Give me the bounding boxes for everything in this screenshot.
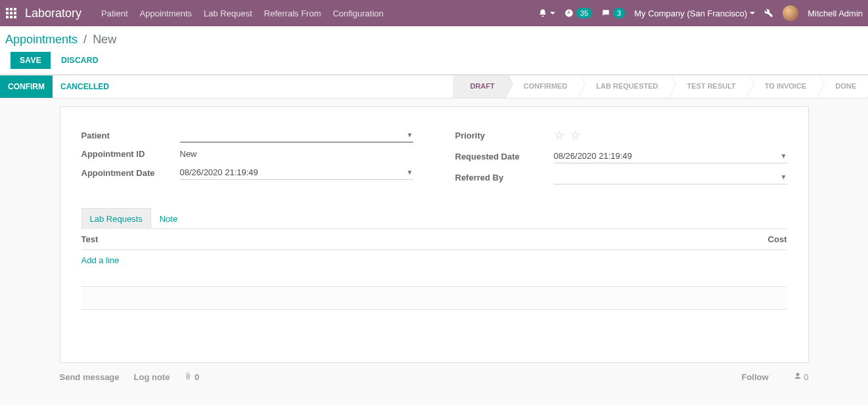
tab-note[interactable]: Note [151, 208, 186, 229]
paperclip-icon [184, 372, 192, 380]
status-step-to-invoice[interactable]: TO INVOICE [748, 75, 818, 98]
messages-icon[interactable]: 3 [601, 8, 625, 18]
breadcrumb-parent[interactable]: Appointments [5, 33, 78, 46]
followers-number: 0 [804, 372, 808, 382]
menu-appointments[interactable]: Appointments [140, 9, 193, 18]
appointment-id-value: New [180, 149, 197, 159]
dropdown-icon: ▼ [407, 169, 413, 176]
status-step-confirmed[interactable]: CONFIRMED [507, 75, 580, 98]
follow-button[interactable]: Follow [741, 372, 768, 382]
dropdown-icon: ▼ [781, 173, 787, 181]
status-bar: CONFIRM CANCELLED DRAFT CONFIRMED LAB RE… [0, 75, 868, 98]
avatar[interactable] [783, 5, 798, 21]
menu-referrals-from[interactable]: Referrals From [264, 9, 321, 18]
activities-badge: 35 [576, 8, 592, 18]
tab-lab-requests[interactable]: Lab Requests [81, 208, 151, 229]
notifications-icon[interactable] [538, 9, 555, 18]
status-steps: DRAFT CONFIRMED LAB REQUESTED TEST RESUL… [453, 75, 868, 98]
cancelled-button[interactable]: CANCELLED [53, 75, 117, 98]
send-message-button[interactable]: Send message [60, 372, 120, 382]
requested-date-field[interactable]: 08/26/2020 21:19:49 ▼ [554, 149, 787, 163]
save-button[interactable]: SAVE [11, 52, 51, 69]
status-step-done[interactable]: DONE [818, 75, 868, 98]
dropdown-icon: ▼ [781, 152, 787, 160]
debug-icon[interactable] [764, 9, 773, 18]
add-line-link[interactable]: Add a line [81, 255, 120, 265]
priority-label: Priority [455, 131, 554, 140]
caret-down-icon [750, 12, 755, 14]
apps-icon[interactable] [5, 7, 17, 19]
form-sheet: Patient ▼ Appointment ID New Appo [60, 106, 809, 363]
menu-lab-request[interactable]: Lab Request [204, 9, 252, 18]
priority-stars[interactable]: ☆ ☆ [554, 129, 582, 142]
log-note-button[interactable]: Log note [134, 372, 170, 382]
main-menu: Patient Appointments Lab Request Referra… [101, 9, 384, 18]
attachments-count: 0 [194, 372, 199, 382]
appointment-id-label: Appointment ID [81, 149, 180, 159]
requested-date-label: Requested Date [455, 152, 554, 161]
table-empty-row [81, 286, 787, 310]
menu-patient[interactable]: Patient [101, 9, 127, 18]
company-name: My Company (San Francisco) [634, 9, 747, 18]
followers-count[interactable]: 0 [794, 372, 809, 382]
user-name[interactable]: Mitchell Admin [808, 9, 863, 18]
chatter-bar: Send message Log note 0 Follow 0 [60, 363, 809, 391]
top-navbar: Laboratory Patient Appointments Lab Requ… [0, 0, 868, 26]
appointment-date-value: 08/26/2020 21:19:49 [180, 167, 258, 177]
caret-down-icon [550, 12, 555, 14]
breadcrumb-current: New [93, 33, 116, 46]
notebook-tabs: Lab Requests Note [81, 208, 787, 229]
patient-field[interactable]: ▼ [180, 128, 413, 142]
lab-requests-table-head: Test Cost [81, 229, 787, 250]
requested-date-value: 08/26/2020 21:19:49 [554, 151, 632, 161]
status-step-test-result[interactable]: TEST RESULT [670, 75, 747, 98]
attachments-button[interactable]: 0 [184, 372, 199, 382]
breadcrumb: Appointments / New [5, 29, 863, 49]
column-test: Test [81, 234, 735, 244]
company-switcher[interactable]: My Company (San Francisco) [634, 9, 755, 18]
app-brand[interactable]: Laboratory [25, 7, 81, 20]
confirm-button[interactable]: CONFIRM [0, 75, 53, 98]
person-icon [794, 372, 802, 380]
column-cost: Cost [735, 234, 787, 244]
control-bar: Appointments / New SAVE DISCARD [0, 26, 868, 75]
patient-label: Patient [81, 131, 180, 140]
appointment-date-label: Appointment Date [81, 168, 180, 178]
messages-badge: 3 [613, 8, 625, 18]
status-step-lab-requested[interactable]: LAB REQUESTED [579, 75, 670, 98]
breadcrumb-separator: / [83, 33, 87, 46]
referred-by-field[interactable]: ▼ [554, 170, 787, 184]
menu-configuration[interactable]: Configuration [332, 9, 383, 18]
discard-button[interactable]: DISCARD [57, 55, 103, 66]
status-step-draft[interactable]: DRAFT [453, 75, 506, 98]
referred-by-label: Referred By [455, 173, 554, 182]
activities-icon[interactable]: 35 [564, 8, 592, 18]
appointment-date-field[interactable]: 08/26/2020 21:19:49 ▼ [180, 165, 413, 180]
dropdown-icon: ▼ [407, 131, 413, 139]
